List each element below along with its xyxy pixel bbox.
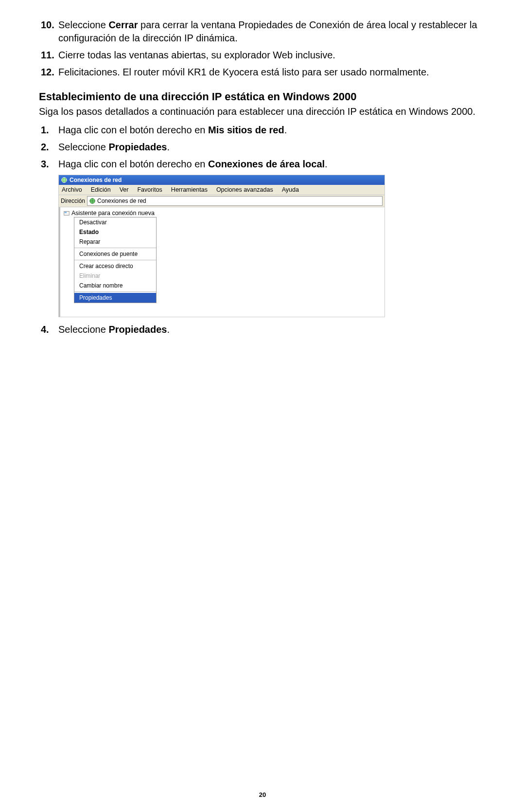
menu-reparar[interactable]: Reparar [74, 237, 156, 247]
address-input[interactable]: Conexiones de red [87, 196, 383, 206]
step-12: 12. Felicitaciones. El router móvil KR1 … [39, 66, 486, 79]
network-icon [61, 177, 68, 183]
menu-favoritos[interactable]: Favoritos [137, 186, 162, 193]
menu-desactivar[interactable]: Desactivar [74, 217, 156, 227]
separator [74, 248, 156, 248]
menubar: Archivo Edición Ver Favoritos Herramient… [59, 185, 385, 195]
step-body: Haga clic con el botón derecho en Mis si… [58, 124, 486, 137]
item-asistente[interactable]: Asistente para conexión nueva [61, 209, 385, 217]
address-label: Dirección [61, 198, 85, 204]
step-11: 11. Cierre todas las ventanas abiertas, … [39, 49, 486, 62]
menu-archivo[interactable]: Archivo [62, 186, 82, 193]
step-2: 2. Seleccione Propiedades. [39, 141, 486, 154]
step-body: Seleccione Cerrar para cerrar la ventana… [58, 18, 486, 45]
bold-text: Propiedades [108, 142, 167, 152]
menu-propiedades[interactable]: Propiedades [74, 293, 156, 303]
step-body: Felicitaciones. El router móvil KR1 de K… [58, 66, 486, 79]
menu-cambiar-nombre[interactable]: Cambiar nombre [74, 281, 156, 290]
menu-edicion[interactable]: Edición [91, 186, 111, 193]
step-1: 1. Haga clic con el botón derecho en Mis… [39, 124, 486, 137]
menu-herramientas[interactable]: Herramientas [171, 186, 208, 193]
item-label: Asistente para conexión nueva [71, 210, 155, 217]
step-body: Cierre todas las ventanas abiertas, su e… [58, 49, 486, 62]
section-title: Establecimiento de una dirección IP está… [39, 90, 486, 103]
menu-ver[interactable]: Ver [120, 186, 129, 193]
step-body: Haga clic con el botón derecho en Conexi… [58, 158, 486, 171]
step-num: 1. [41, 124, 58, 137]
step-num: 12. [41, 66, 58, 79]
text: Cierre todas las ventanas abiertas, su e… [58, 50, 335, 60]
menu-puente[interactable]: Conexiones de puente [74, 249, 156, 259]
network-icon [89, 198, 96, 204]
text: Seleccione [58, 19, 108, 30]
text: Haga clic con el botón derecho en [58, 159, 208, 169]
separator [74, 291, 156, 292]
step-num: 11. [41, 49, 58, 62]
step-10: 10. Seleccione Cerrar para cerrar la ven… [39, 18, 486, 45]
step-num: 3. [41, 158, 58, 171]
step-body: Seleccione Propiedades. [58, 323, 486, 336]
bold-text: Mis sitios de red [208, 125, 284, 135]
text: . [167, 324, 170, 335]
menu-estado[interactable]: Estado [74, 227, 156, 237]
svg-rect-3 [65, 212, 67, 213]
text: Haga clic con el botón derecho en [58, 125, 208, 135]
step-num: 2. [41, 141, 58, 154]
text: . [284, 125, 287, 135]
menu-acceso-directo[interactable]: Crear acceso directo [74, 261, 156, 271]
text: Seleccione [58, 324, 108, 335]
text: Seleccione [58, 142, 108, 152]
step-num: 4. [41, 323, 58, 336]
step-body: Seleccione Propiedades. [58, 141, 486, 154]
bold-text: Propiedades [108, 324, 167, 335]
separator [74, 260, 156, 260]
window-titlebar: Conexiones de red [59, 175, 385, 185]
menu-ayuda[interactable]: Ayuda [282, 186, 299, 193]
address-value: Conexiones de red [97, 198, 146, 204]
text: Felicitaciones. El router móvil KR1 de K… [58, 67, 429, 77]
bold-text: Cerrar [108, 19, 138, 30]
step-num: 10. [41, 18, 58, 45]
context-menu: Desactivar Estado Reparar Conexiones de … [74, 217, 157, 303]
menu-eliminar: Eliminar [74, 271, 156, 281]
section-desc: Siga los pasos detallados a continuación… [39, 105, 486, 118]
bold-text: Conexiones de área local [208, 159, 325, 169]
window-title: Conexiones de red [70, 177, 122, 183]
step-3: 3. Haga clic con el botón derecho en Con… [39, 158, 486, 171]
step-4: 4. Seleccione Propiedades. [39, 323, 486, 336]
page-number: 20 [0, 791, 525, 798]
menu-opciones-avanzadas[interactable]: Opciones avanzadas [216, 186, 273, 193]
window-content: Asistente para conexión nueva Desactivar… [59, 207, 385, 317]
window-screenshot: Conexiones de red Archivo Edición Ver Fa… [58, 175, 385, 317]
text: . [167, 142, 170, 152]
wizard-icon [63, 210, 70, 217]
text: . [325, 159, 328, 169]
address-bar: Dirección Conexiones de red [59, 195, 385, 207]
